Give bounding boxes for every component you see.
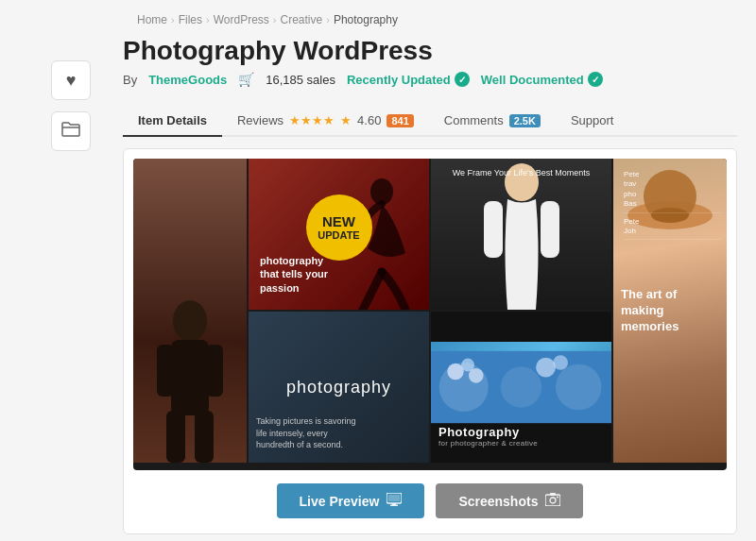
tab-reviews-label: Reviews — [237, 113, 284, 127]
live-preview-button[interactable]: Live Preview — [277, 483, 425, 518]
folder-icon — [61, 121, 80, 143]
svg-rect-8 — [484, 201, 503, 258]
collection-button[interactable] — [51, 111, 91, 151]
recently-updated-check: ✓ — [455, 72, 470, 87]
breadcrumb-sep-2: › — [206, 14, 210, 25]
cart-icon: 🛒 — [238, 72, 254, 87]
mini-item-1: PetetravphoBas — [624, 170, 721, 213]
svg-rect-4 — [166, 411, 185, 463]
tab-comments-label: Comments — [444, 113, 504, 127]
meta-row: By ThemeGoods 🛒 16,185 sales Recently Up… — [123, 72, 737, 87]
cell-5-text: photography — [286, 378, 391, 397]
tab-reviews[interactable]: Reviews ★★★★ ★ 4.60 841 — [222, 106, 429, 137]
svg-rect-25 — [390, 505, 398, 507]
tab-comments[interactable]: Comments 2.5K — [429, 106, 556, 137]
new-badge: NEW UPDATE — [306, 194, 372, 261]
svg-rect-5 — [195, 411, 214, 463]
comments-count-badge: 2.5K — [509, 114, 541, 127]
svg-point-29 — [557, 497, 558, 499]
page-title: Photography WordPress — [123, 36, 737, 66]
well-documented-check: ✓ — [588, 72, 603, 87]
screenshots-icon — [545, 493, 560, 509]
mosaic-cell-1 — [133, 159, 247, 463]
content-area: Photography WordPress By ThemeGoods 🛒 16… — [123, 32, 737, 534]
heart-icon: ♥ — [66, 71, 77, 91]
breadcrumb-files[interactable]: Files — [179, 13, 202, 26]
breadcrumb-creative[interactable]: Creative — [281, 13, 323, 26]
by-label: By — [123, 73, 137, 87]
well-documented-label: Well Documented — [481, 73, 584, 87]
cell-3-text: We Frame Your Life's Best Moments — [431, 168, 611, 178]
page-header: Photography WordPress By ThemeGoods 🛒 16… — [123, 32, 737, 96]
svg-point-19 — [469, 368, 484, 383]
sales-count: 16,185 sales — [266, 73, 335, 87]
svg-rect-9 — [541, 201, 559, 258]
tab-support[interactable]: Support — [556, 106, 629, 137]
buttons-row: Live Preview Screenshots — [133, 483, 727, 518]
svg-point-16 — [556, 364, 602, 411]
svg-point-20 — [536, 358, 556, 378]
mosaic-cell-6: Photography for photographer & creative — [431, 312, 611, 463]
breadcrumb-wordpress[interactable]: WordPress — [214, 13, 269, 26]
half-star: ★ — [340, 113, 352, 127]
recently-updated-badge: Recently Updated ✓ — [347, 72, 470, 87]
mini-item-2: PeteJoh — [624, 217, 721, 241]
svg-rect-2 — [157, 345, 174, 397]
svg-point-27 — [550, 498, 556, 503]
tab-support-label: Support — [571, 113, 614, 127]
svg-point-0 — [173, 300, 207, 342]
new-badge-line2: UPDATE — [318, 229, 359, 241]
breadcrumb-sep-1: › — [171, 14, 175, 25]
recently-updated-label: Recently Updated — [347, 73, 451, 87]
side-mini-list: PetetravphoBas PeteJoh — [618, 166, 727, 244]
well-documented-badge: Well Documented ✓ — [481, 72, 603, 87]
sidebar: ♥ — [19, 32, 123, 534]
breadcrumb-home[interactable]: Home — [137, 13, 167, 26]
svg-rect-28 — [550, 493, 556, 496]
tab-item-details[interactable]: Item Details — [123, 106, 222, 137]
live-preview-label: Live Preview — [300, 494, 380, 509]
cell-2-text: photographythat tells yourpassion — [260, 254, 328, 295]
favorite-button[interactable]: ♥ — [51, 60, 91, 100]
reviews-count-badge: 841 — [387, 114, 413, 127]
preview-image: NEW UPDATE photographythat tells yourpas… — [133, 159, 727, 470]
art-text-overlay: The art ofmakingmemories — [621, 287, 679, 335]
screenshots-label: Screenshots — [458, 494, 538, 509]
rating-num: 4.60 — [357, 113, 381, 127]
tab-item-details-label: Item Details — [138, 113, 207, 127]
svg-point-21 — [553, 355, 568, 370]
breadcrumb-current: Photography — [334, 13, 398, 26]
live-preview-icon — [387, 493, 402, 509]
mosaic-cell-5: photography Taking pictures is savoringl… — [249, 312, 429, 463]
breadcrumb: Home › Files › WordPress › Creative › Ph… — [0, 0, 756, 32]
author-link[interactable]: ThemeGoods — [148, 73, 227, 87]
breadcrumb-sep-4: › — [326, 14, 330, 25]
tabs-row: Item Details Reviews ★★★★ ★ 4.60 841 Com… — [123, 106, 737, 137]
svg-point-15 — [501, 366, 541, 407]
stars: ★★★★ — [289, 113, 335, 127]
mosaic-cell-2: NEW UPDATE photographythat tells yourpas… — [249, 159, 429, 310]
preview-container: NEW UPDATE photographythat tells yourpas… — [123, 148, 737, 534]
svg-rect-3 — [206, 345, 223, 397]
svg-rect-23 — [388, 495, 400, 501]
mosaic-cell-3: We Frame Your Life's Best Moments — [431, 159, 611, 310]
breadcrumb-sep-3: › — [273, 14, 277, 25]
screenshots-button[interactable]: Screenshots — [436, 483, 583, 518]
svg-point-17 — [447, 363, 463, 380]
cell-5-bottom-text: Taking pictures is savoringlife intensel… — [256, 415, 356, 451]
svg-rect-1 — [171, 340, 209, 415]
new-badge-line1: NEW — [322, 214, 355, 230]
